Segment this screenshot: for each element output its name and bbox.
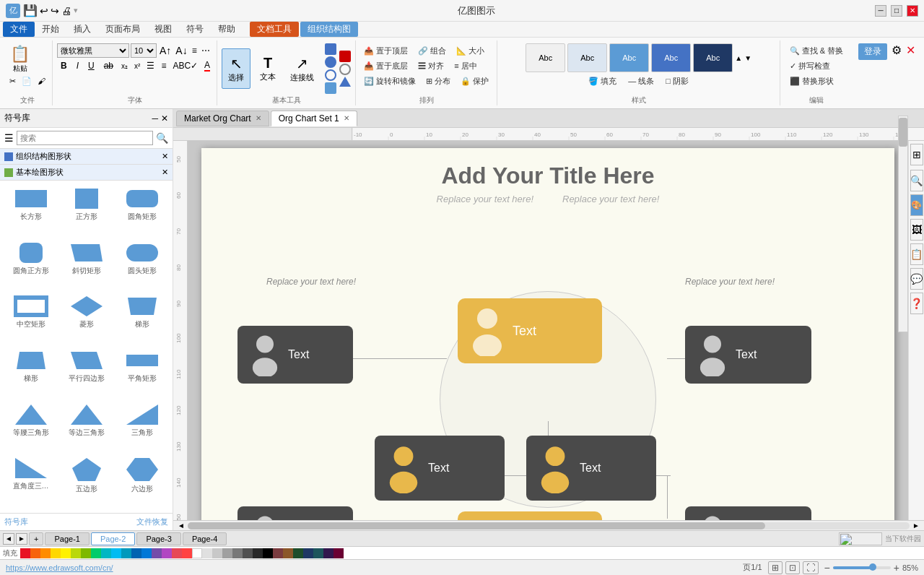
image-panel-btn[interactable]: 🖼 — [910, 219, 923, 241]
middle-btn[interactable]: ≡ 居中 — [450, 59, 480, 73]
underline-btn[interactable]: U — [84, 59, 98, 72]
redo-btn[interactable]: ↪ — [51, 5, 59, 17]
style-box-3[interactable]: Abc — [609, 43, 649, 72]
style-box-4[interactable]: Abc — [651, 43, 691, 72]
color-swatch-purple1[interactable] — [152, 548, 162, 558]
shape-pentagon[interactable]: 五边形 — [60, 454, 113, 509]
shape-square[interactable]: 正方形 — [60, 185, 113, 236]
properties-panel-btn[interactable]: 📋 — [910, 243, 923, 265]
node-mid-center-right[interactable]: Text — [526, 436, 656, 501]
shape-diamond[interactable]: 菱形 — [60, 293, 113, 344]
list-btn[interactable]: ☰ — [144, 60, 157, 72]
shape-flat-rect[interactable]: 平角矩形 — [116, 347, 168, 398]
align-btn[interactable]: ☰ 对齐 — [414, 59, 448, 73]
send-back-btn[interactable]: 📥 置于底层 — [360, 59, 411, 73]
color-panel-btn[interactable]: 🎨 — [910, 194, 923, 216]
copy-btn[interactable]: 📄 — [19, 76, 34, 87]
color-swatch-dark-purple[interactable] — [323, 548, 334, 558]
color-swatch-gray3[interactable] — [222, 548, 232, 558]
subscript-btn[interactable]: x₂ — [119, 61, 130, 71]
node-mid-left[interactable]: Text — [237, 326, 353, 384]
search-menu-icon[interactable]: ☰ — [4, 132, 14, 144]
menu-view[interactable]: 视图 — [147, 22, 179, 37]
shape-iso-tri[interactable]: 等腰三角形 — [4, 401, 57, 452]
spell-check-btn[interactable]: ✓ 拼写检查 — [786, 59, 847, 73]
file-restore-link[interactable]: 文件恢复 — [136, 516, 168, 527]
color-swatch-gray1[interactable] — [202, 548, 212, 558]
font-color-btn[interactable]: A — [202, 59, 212, 72]
color-swatch-teal[interactable] — [313, 548, 323, 558]
font-more-btn[interactable]: ⋯ — [200, 46, 212, 56]
canvas-scroll-area[interactable]: Add Your Title Here Replace your text he… — [188, 141, 908, 520]
line-btn[interactable]: — 线条 — [624, 74, 658, 88]
find-replace-btn[interactable]: 🔍 查找 & 替换 — [786, 43, 847, 58]
color-swatch-green1[interactable] — [91, 548, 101, 558]
shape-rounded-sq[interactable]: 圆角正方形 — [4, 239, 57, 290]
strikethrough-btn[interactable]: ab — [100, 59, 117, 72]
basic-shapes-category[interactable]: 基本绘图形状 ✕ — [0, 165, 173, 181]
login-btn[interactable]: 登录 — [858, 43, 887, 60]
canvas-vscroll[interactable] — [898, 141, 908, 332]
connector-tool-btn[interactable]: ↗ 连接线 — [285, 48, 319, 89]
superscript-btn[interactable]: x² — [132, 61, 142, 71]
style-scroll-up[interactable]: ▲ — [735, 54, 742, 62]
symbol-lib-link[interactable]: 符号库 — [4, 516, 28, 527]
shape-trapezoid[interactable]: 梯形 — [116, 293, 168, 344]
size-btn[interactable]: 📐 大小 — [453, 43, 488, 58]
shape-round-end[interactable]: 圆头矩形 — [116, 239, 168, 290]
shape-hexagon[interactable]: 六边形 — [116, 454, 168, 509]
color-swatch-blue1[interactable] — [131, 548, 141, 558]
page-tab-4[interactable]: Page-4 — [183, 532, 227, 545]
color-swatch-purple2[interactable] — [162, 548, 172, 558]
page-tab-1[interactable]: Page-1 — [45, 532, 89, 545]
change-shape-btn[interactable]: ⬛ 替换形状 — [786, 74, 847, 88]
chat-panel-btn[interactable]: 💬 — [910, 268, 923, 290]
color-swatch-dark-green[interactable] — [293, 548, 303, 558]
page-tab-3[interactable]: Page-3 — [136, 532, 180, 545]
close-btn[interactable]: ✕ — [907, 5, 918, 17]
color-swatch-orange2[interactable] — [40, 548, 51, 558]
color-swatch-yellow1[interactable] — [51, 548, 61, 558]
menu-doc-tool[interactable]: 文档工具 — [250, 22, 299, 37]
style-box-5[interactable]: Abc — [693, 43, 733, 72]
menu-page-layout[interactable]: 页面布局 — [98, 22, 147, 37]
close-tab-market[interactable]: ✕ — [256, 114, 261, 122]
distribute-btn[interactable]: ⊞ 分布 — [422, 74, 454, 88]
page-title[interactable]: Add Your Title Here — [223, 163, 873, 189]
bring-front-btn[interactable]: 📤 置于顶层 — [360, 43, 411, 58]
color-swatch-maroon[interactable] — [334, 548, 344, 558]
fit-page-btn[interactable]: ⊞ — [768, 561, 783, 574]
undo-btn[interactable]: ↩ — [40, 5, 48, 17]
page-tab-add[interactable]: + — [29, 532, 43, 545]
node-top-center[interactable]: Text — [458, 298, 602, 363]
text-tool-btn[interactable]: T 文本 — [253, 48, 282, 89]
minimize-btn[interactable]: ─ — [875, 5, 886, 17]
doc-tab-org1[interactable]: Org Chart Set 1 ✕ — [271, 111, 357, 126]
page-nav-prev[interactable]: ◄ — [3, 533, 14, 545]
shadow-btn[interactable]: □ 阴影 — [662, 74, 692, 88]
font-size-select[interactable]: 10 — [131, 43, 157, 58]
color-swatch-lime1[interactable] — [71, 548, 81, 558]
color-swatch-cyan2[interactable] — [121, 548, 131, 558]
shape-rounded-rect[interactable]: 圆角矩形 — [116, 185, 168, 236]
category-close-1[interactable]: ✕ — [162, 152, 168, 161]
paste-btn[interactable]: 📋 粘贴 — [7, 43, 32, 75]
triangle-shape[interactable] — [339, 77, 351, 87]
shape-right-tri[interactable]: 直角度三… — [4, 454, 57, 509]
select-tool-btn[interactable]: ↖ 选择 — [222, 48, 250, 89]
page-subtitle-1[interactable]: Replace your text here! — [437, 194, 533, 204]
protect-btn[interactable]: 🔒 保护 — [457, 74, 492, 88]
style-box-2[interactable]: Abc — [567, 43, 607, 72]
shape-opt-2[interactable] — [339, 64, 351, 75]
italic-btn[interactable]: I — [73, 59, 82, 72]
zoom-slider[interactable] — [833, 566, 891, 569]
shape-skew[interactable]: 斜切矩形 — [60, 239, 113, 290]
view-mode-btn[interactable]: ⊡ — [785, 561, 800, 574]
menu-insert[interactable]: 插入 — [66, 22, 98, 37]
color-swatch-gray4[interactable] — [232, 548, 243, 558]
color-swatch-gray5[interactable] — [243, 548, 253, 558]
close-tab-org1[interactable]: ✕ — [344, 114, 349, 122]
menu-org-tool[interactable]: 组织结构图 — [300, 22, 358, 37]
format-painter-btn[interactable]: 🖌 — [35, 76, 48, 87]
shape-hollow-rect[interactable]: 中空矩形 — [4, 293, 57, 344]
